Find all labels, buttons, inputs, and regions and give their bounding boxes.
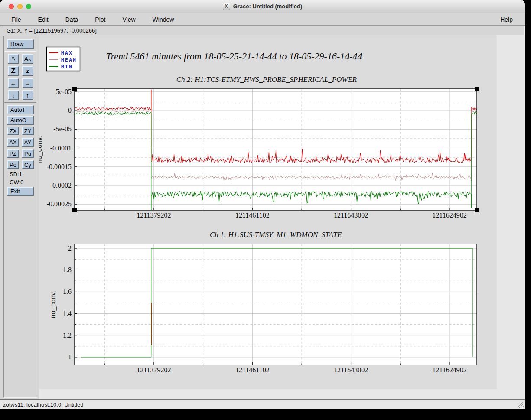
x-tick-label: 1211543002 (334, 212, 368, 219)
menubar: FileEditDataPlotViewWindowHelp (0, 13, 525, 26)
resize-grip[interactable] (518, 402, 524, 408)
locator-text: G1: X, Y = [1211519697, -0.000266] (7, 27, 97, 34)
y-tick-label: 5e-05 (56, 88, 72, 95)
menu-item-plot[interactable]: Plot (95, 16, 105, 23)
chart-ch1: 1211379202121146110212115430021211624902… (49, 231, 477, 374)
y-tick-label: 1.8 (63, 266, 72, 273)
pu-button[interactable]: Pu (22, 149, 34, 158)
magnifier-icon (11, 55, 16, 62)
menu-item-edit[interactable]: Edit (38, 16, 49, 23)
x-tick-label: 1211461102 (235, 366, 270, 374)
ay-button[interactable]: AY (22, 138, 34, 147)
menu-item-view[interactable]: View (122, 16, 135, 23)
legend-label-min: MIN (61, 64, 73, 70)
grace-window: X Grace: Untitled (modified) FileEditDat… (0, 0, 525, 409)
grace-page[interactable]: Trend 5461 minutes from 18-05-25-21-14-4… (39, 35, 525, 399)
legend-label-mean: MEAN (61, 57, 77, 63)
graph-op-button-grid: ZXZYAXAYPZPuPoCy (4, 127, 37, 169)
scroll-down-button[interactable]: ↓ (8, 90, 19, 100)
x-tick-label: 1211379202 (137, 366, 171, 374)
locator-bar: G1: X, Y = [1211519697, -0.000266] (0, 26, 525, 35)
autot-button[interactable]: AutoT (7, 105, 34, 114)
scroll-left-button[interactable]: ← (8, 78, 19, 88)
titlebar[interactable]: X Grace: Untitled (modified) (0, 0, 525, 13)
y-tick-label: 0 (68, 107, 72, 114)
y-axis-label: no_conv. (39, 136, 43, 163)
nav-button-grid: ASZz←→↓↑ (4, 54, 37, 100)
x-tick-label: 1211543002 (334, 366, 368, 374)
legend-label-max: MAX (61, 50, 73, 56)
y-tick-label: -0.0002 (50, 182, 72, 189)
zy-button[interactable]: ZY (22, 127, 34, 135)
menu-item-help[interactable]: Help (500, 16, 513, 23)
plot-main-title: Trend 5461 minutes from 18-05-25-21-14-4… (106, 51, 362, 62)
menu-item-file[interactable]: File (11, 16, 21, 23)
chart-title: Ch 1: H1:SUS-TMSY_M1_WDMON_STATE (210, 231, 342, 239)
main-area: DrawASZz←→↓↑AutoTAutoOZXZYAXAYPZPuPoCySD… (0, 35, 525, 399)
y-tick-label: -0.00015 (47, 163, 72, 170)
close-button[interactable] (9, 4, 14, 9)
autoscale-sub-label: S (28, 58, 31, 62)
x11-app-icon: X (223, 3, 230, 10)
scroll-up-button[interactable]: ↑ (22, 90, 33, 100)
plot-canvas[interactable]: Trend 5461 minutes from 18-05-25-21-14-4… (39, 35, 525, 399)
menu-item-window[interactable]: Window (153, 16, 174, 23)
y-tick-label: -5e-05 (53, 125, 72, 133)
status-bar: zotws11, localhost:10.0, Untitled (0, 399, 525, 409)
pz-button[interactable]: PZ (7, 149, 19, 158)
legend[interactable]: MAXMEANMIN (47, 47, 80, 71)
x-tick-label: 1211379202 (137, 212, 171, 219)
selection-handle[interactable] (475, 208, 479, 212)
toolbar: DrawASZz←→↓↑AutoTAutoOZXZYAXAYPZPuPoCySD… (3, 36, 37, 398)
chart-title: Ch 2: H1:TCS-ETMY_HWS_PROBE_SPHERICAL_PO… (176, 75, 357, 84)
traffic-lights (9, 4, 35, 9)
set-default-label: SD:1 (10, 171, 37, 177)
draw-button[interactable]: Draw (7, 39, 34, 49)
toolbar-separator (4, 102, 36, 103)
zoom-button[interactable] (8, 54, 19, 64)
x-tick-label: 1211461102 (235, 212, 270, 219)
x-tick-label: 1211624902 (432, 212, 466, 219)
chart-ch2: 1211379202121146110212115430021211624902… (39, 75, 479, 219)
toolbar-separator (4, 51, 36, 52)
zx-button[interactable]: ZX (7, 127, 19, 135)
y-tick-label: -0.00025 (47, 200, 72, 208)
selection-handle[interactable] (72, 208, 77, 212)
po-button[interactable]: Po (7, 160, 19, 169)
window-title: Grace: Untitled (modified) (233, 3, 303, 10)
ax-button[interactable]: AX (7, 138, 19, 147)
y-tick-label: 1.6 (63, 288, 72, 295)
y-tick-label: 1 (68, 353, 72, 361)
title-area: X Grace: Untitled (modified) (0, 0, 525, 13)
selection-handle[interactable] (72, 87, 77, 91)
autoo-button[interactable]: AutoO (7, 116, 34, 125)
x-tick-label: 1211624902 (432, 366, 466, 374)
autoscale-label: A (24, 55, 28, 62)
maximize-button[interactable] (26, 4, 31, 9)
cy-button[interactable]: Cy (22, 160, 34, 169)
minimize-button[interactable] (17, 4, 23, 9)
y-tick-label: 2 (68, 244, 72, 252)
selection-handle[interactable] (475, 87, 479, 91)
y-tick-label: 1.4 (63, 310, 72, 317)
shrink-button[interactable]: z (22, 66, 33, 76)
status-text: zotws11, localhost:10.0, Untitled (3, 401, 83, 408)
scroll-right-button[interactable]: → (22, 78, 33, 88)
y-tick-label: 1.2 (63, 332, 72, 339)
plot-area[interactable] (75, 244, 477, 365)
menu-item-data[interactable]: Data (65, 16, 78, 23)
y-axis-label: no_conv. (49, 291, 57, 319)
exit-button[interactable]: Exit (7, 187, 34, 196)
y-tick-label: -0.0001 (50, 144, 72, 152)
autoscale-button[interactable]: AS (22, 54, 33, 64)
expand-button[interactable]: Z (8, 66, 19, 76)
current-world-label: CW:0 (10, 179, 37, 186)
